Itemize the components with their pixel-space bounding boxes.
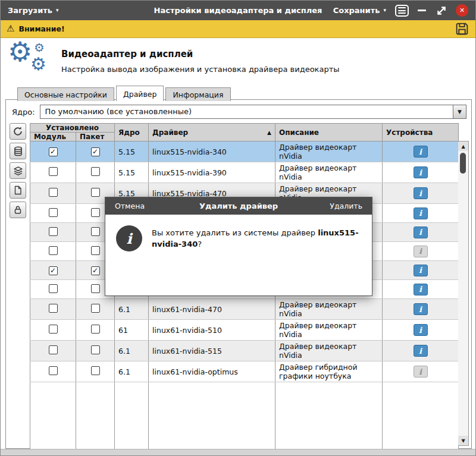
checkbox[interactable] — [91, 227, 100, 236]
checkbox[interactable] — [49, 366, 58, 375]
load-menu-button[interactable]: Загрузить ▾ — [8, 6, 59, 15]
checkbox[interactable] — [49, 167, 58, 176]
column-header-kernel[interactable]: Ядро — [115, 124, 149, 141]
column-header-package[interactable]: Пакет — [76, 133, 115, 141]
checkbox[interactable] — [49, 246, 58, 255]
file-icon — [13, 185, 23, 195]
device-info-button[interactable]: i — [414, 146, 428, 158]
close-button[interactable]: ✕ — [456, 4, 468, 17]
module-cell — [30, 242, 76, 261]
module-header: ⚙ ⚙ ⚙ Видеоадаптер и дисплей Настройка в… — [1, 39, 475, 84]
checkbox[interactable] — [49, 345, 58, 354]
scroll-down-button[interactable]: ▼ — [458, 436, 468, 445]
description-cell: Драйвер видеокарт nVidia — [275, 162, 383, 183]
device-info-button[interactable]: i — [414, 227, 428, 238]
device-info-button[interactable]: i — [414, 246, 428, 257]
checkbox[interactable] — [91, 208, 100, 217]
dialog-cancel-button[interactable]: Отмена — [115, 202, 145, 210]
select-dropdown-button[interactable]: ▼ — [453, 105, 466, 118]
module-cell — [30, 341, 76, 361]
device-info-button[interactable]: i — [414, 324, 428, 336]
checkbox[interactable] — [91, 325, 100, 334]
devices-cell: i — [383, 141, 459, 162]
driver-cell: linux515-nvidia-390 — [149, 162, 275, 183]
menu-icon[interactable] — [395, 5, 409, 17]
checkbox[interactable]: ✓ — [49, 266, 58, 275]
column-header-devices[interactable]: Устройства — [383, 124, 459, 141]
checkbox[interactable]: ✓ — [91, 266, 100, 275]
driver-row[interactable]: 6.1linux61-nvidia-optimusДрайвер гибридн… — [30, 361, 459, 382]
driver-row[interactable]: 5.15linux515-nvidia-390Драйвер видеокарт… — [30, 162, 459, 183]
module-cell — [30, 162, 76, 183]
scrollbar-thumb[interactable] — [460, 153, 466, 174]
description-cell: Драйвер видеокарт nVidia — [275, 341, 383, 361]
driver-row[interactable]: ✓✓5.15linux515-nvidia-340Драйвер видеока… — [30, 141, 459, 162]
device-info-button[interactable]: i — [414, 284, 428, 295]
checkbox[interactable] — [91, 167, 100, 176]
titlebar: Загрузить ▾ Настройки видеоадаптера и ди… — [1, 1, 475, 20]
driver-cell: linux61-nvidia-510 — [149, 320, 275, 341]
devices-cell: i — [383, 261, 459, 280]
checkbox[interactable] — [91, 246, 100, 255]
device-info-button[interactable]: i — [414, 187, 428, 199]
checkbox[interactable] — [91, 284, 100, 293]
driver-row[interactable]: 6.1linux61-nvidia-515Драйвер видеокарт n… — [30, 341, 459, 361]
scrollbar-track[interactable] — [458, 151, 468, 436]
lock-button[interactable] — [10, 202, 26, 218]
refresh-button[interactable] — [10, 123, 26, 140]
device-info-button[interactable]: i — [414, 303, 428, 315]
vertical-scrollbar[interactable]: ▲ ▼ — [458, 141, 469, 446]
floppy-disk-icon — [455, 21, 469, 36]
dialog-header: Отмена Удалить драйвер Удалить — [105, 197, 372, 215]
dialog-confirm-button[interactable]: Удалить — [330, 202, 362, 210]
database-button[interactable] — [10, 143, 26, 159]
column-header-driver[interactable]: ▲Драйвер — [149, 124, 275, 141]
column-header-module[interactable]: Модуль — [30, 133, 76, 141]
column-header-installed[interactable]: Установлено — [30, 124, 115, 133]
module-subtitle: Настройка вывода изображения и установка… — [61, 65, 340, 74]
device-info-button[interactable]: i — [414, 207, 428, 219]
device-info-button[interactable]: i — [414, 265, 428, 276]
column-header-description[interactable]: Описание — [275, 124, 383, 141]
checkbox[interactable] — [49, 304, 58, 313]
sort-asc-icon: ▲ — [267, 130, 271, 136]
save-menu-button[interactable]: Сохранить ▾ — [333, 6, 386, 15]
tab-driver[interactable]: Драйвер — [116, 86, 164, 101]
driver-row[interactable]: 61linux61-nvidia-510Драйвер видеокарт nV… — [30, 320, 459, 341]
checkbox[interactable] — [91, 366, 100, 375]
checkbox[interactable]: ✓ — [91, 147, 100, 156]
checkbox[interactable] — [91, 188, 100, 197]
checkbox[interactable] — [49, 188, 58, 197]
driver-table-body: ✓✓5.15linux515-nvidia-340Драйвер видеока… — [30, 141, 459, 456]
gears-icon: ⚙ ⚙ ⚙ — [8, 42, 53, 81]
device-info-button[interactable]: i — [414, 366, 428, 378]
module-cell — [30, 204, 76, 223]
tab-information[interactable]: Информация — [165, 87, 230, 101]
checkbox[interactable] — [49, 208, 58, 217]
checkbox[interactable]: ✓ — [49, 147, 58, 156]
driver-row[interactable]: 6.1linux61-nvidia-470Драйвер видеокарт n… — [30, 299, 459, 320]
device-info-button[interactable]: i — [414, 166, 428, 178]
save-to-disk-button[interactable] — [455, 21, 469, 36]
device-info-button[interactable]: i — [414, 345, 428, 357]
tab-main-settings[interactable]: Основные настройки — [17, 87, 114, 101]
checkbox[interactable] — [91, 345, 100, 354]
devices-cell: i — [383, 361, 459, 382]
maximize-button[interactable] — [436, 5, 447, 16]
checkbox[interactable] — [91, 304, 100, 313]
log-file-button[interactable] — [10, 182, 26, 199]
checkbox[interactable] — [49, 284, 58, 293]
checkbox[interactable] — [49, 325, 58, 334]
kernel-cell: 6.1 — [115, 299, 149, 320]
scroll-up-button[interactable]: ▲ — [458, 141, 468, 151]
description-cell: Драйвер видеокарт nVidia — [275, 320, 383, 341]
minimize-button[interactable] — [418, 5, 427, 17]
checkbox[interactable] — [49, 227, 58, 236]
driver-cell: linux515-nvidia-340 — [149, 141, 275, 162]
packages-button[interactable] — [10, 162, 26, 179]
refresh-icon — [12, 126, 23, 137]
kernel-filter-select[interactable]: По умолчанию (все установленные) ▼ — [40, 105, 466, 119]
driver-cell: linux61-nvidia-optimus — [149, 361, 275, 382]
side-toolbar — [10, 123, 26, 218]
load-menu-label: Загрузить — [8, 6, 52, 15]
